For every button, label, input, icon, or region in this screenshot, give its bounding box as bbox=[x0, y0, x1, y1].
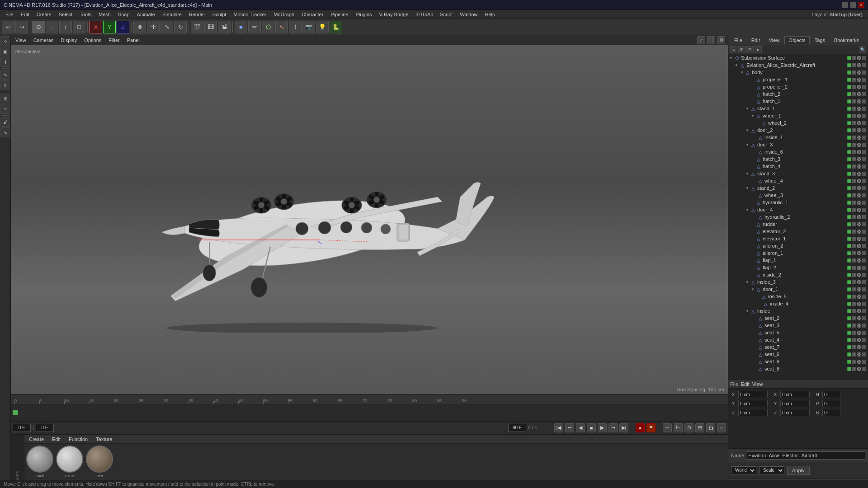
menu-mesh[interactable]: Mesh bbox=[95, 11, 114, 18]
points-mode-btn[interactable]: · bbox=[46, 21, 58, 33]
viewport-3d[interactable]: X Y Z bbox=[11, 45, 728, 394]
tree-stand3[interactable]: ▼ △ stand_3 ✕· bbox=[728, 170, 868, 177]
menu-window[interactable]: Window bbox=[456, 11, 481, 18]
vp-settings-btn[interactable]: ⚙ bbox=[717, 36, 725, 44]
tree-seat5[interactable]: △ seat_5 ✕· bbox=[728, 329, 868, 336]
coord-h[interactable] bbox=[822, 391, 840, 398]
deformer-btn[interactable]: ⌇ bbox=[289, 21, 302, 33]
vp-menu-cameras[interactable]: Cameras bbox=[32, 37, 56, 43]
tree-flap1[interactable]: △ flap_1 ✕· bbox=[728, 257, 868, 264]
mat-function-btn[interactable]: Function bbox=[67, 436, 90, 442]
vp-menu-display[interactable]: Display bbox=[59, 37, 79, 43]
apply-button[interactable]: Apply bbox=[787, 466, 810, 475]
light-btn[interactable]: 💡 bbox=[316, 21, 329, 33]
tree-body[interactable]: ▼ △ body ✕· bbox=[728, 69, 868, 76]
tree-subdivision-surface[interactable]: ▼ ⬡ Subdivision Surface ✕· bbox=[728, 54, 868, 61]
tree-flap2[interactable]: △ flap_2 ✕· bbox=[728, 264, 868, 271]
menu-character[interactable]: Character bbox=[298, 11, 327, 18]
coord-y-size[interactable]: 0 cm bbox=[780, 400, 810, 407]
frame-counter-2[interactable] bbox=[36, 424, 54, 432]
tree-hydraulic2[interactable]: △ hydraulic_2 ✕· bbox=[728, 213, 868, 221]
tree-seat9[interactable]: △ seat_9 ✕· bbox=[728, 358, 868, 365]
spline-btn[interactable]: ∿ bbox=[275, 21, 288, 33]
om-icon-4[interactable]: ▸ bbox=[755, 46, 762, 53]
tree-seat4[interactable]: △ seat_4 ✕· bbox=[728, 336, 868, 343]
snap-tool-btn[interactable]: ⌖ bbox=[0, 104, 10, 114]
menu-sculpt[interactable]: Sculpt bbox=[209, 11, 230, 18]
menu-file[interactable]: File bbox=[2, 11, 17, 18]
material-btn[interactable]: $ bbox=[0, 80, 10, 90]
redo-btn[interactable]: ↪ bbox=[15, 21, 28, 33]
om-icon-2[interactable]: ⊞ bbox=[738, 46, 745, 53]
tree-rudder[interactable]: △ rudder ✕· bbox=[728, 221, 868, 228]
tree-wheel3[interactable]: △ wheel_3 ✕· bbox=[728, 192, 868, 199]
tree-hatch3[interactable]: △ hatch_3 ✕· bbox=[728, 155, 868, 163]
tree-hydraulic1[interactable]: △ hydraulic_1 ✕· bbox=[728, 199, 868, 206]
menu-3dtoall[interactable]: 3DToAll bbox=[412, 11, 436, 18]
obj-tab-bookmarks[interactable]: Bookmarks bbox=[830, 36, 863, 44]
cube-btn[interactable]: ■ bbox=[235, 21, 247, 33]
world-select[interactable]: World bbox=[731, 466, 756, 474]
tree-inside4[interactable]: △ inside_4 ✕· bbox=[728, 300, 868, 307]
sculpt-tool-btn[interactable]: ∿ bbox=[0, 127, 10, 137]
menu-render[interactable]: Render bbox=[185, 11, 209, 18]
vp-menu-filter[interactable]: Filter bbox=[107, 37, 121, 43]
current-frame-input[interactable] bbox=[13, 424, 31, 432]
play-reverse-btn[interactable]: ◀ bbox=[576, 423, 585, 432]
obj-tab-file[interactable]: File bbox=[730, 36, 746, 44]
next-key-btn[interactable]: ⊢ bbox=[674, 423, 683, 432]
timeline-settings-btn[interactable]: ⊙ bbox=[684, 423, 693, 432]
next-frame-btn[interactable]: ↪ bbox=[609, 423, 618, 432]
navigate-btn[interactable]: ⊹ bbox=[0, 36, 10, 46]
python-btn[interactable]: 🐍 bbox=[330, 21, 342, 33]
tree-hatch1[interactable]: △ hatch_1 ✕· bbox=[728, 98, 868, 105]
auto-key-btn[interactable]: ⚑ bbox=[646, 423, 656, 432]
menu-simulate[interactable]: Simulate bbox=[159, 11, 185, 18]
selection-btn[interactable]: ▣ bbox=[0, 47, 10, 56]
menu-pipeline[interactable]: Pipeline bbox=[327, 11, 352, 18]
vp-menu-view[interactable]: View bbox=[14, 37, 28, 43]
menu-select[interactable]: Select bbox=[55, 11, 76, 18]
z-axis-btn[interactable]: Z bbox=[117, 21, 129, 33]
tree-inside1[interactable]: △ inside_1 ✕· bbox=[728, 134, 868, 141]
tree-seat2[interactable]: △ seat_2 ✕· bbox=[728, 314, 868, 322]
rotate-btn[interactable]: ↻ bbox=[174, 21, 187, 33]
menu-edit[interactable]: Edit bbox=[17, 11, 33, 18]
menu-snap[interactable]: Snap bbox=[114, 11, 133, 18]
tree-door3[interactable]: ▼ △ door_3 ✕· bbox=[728, 141, 868, 148]
tree-elevator2[interactable]: △ elevator_2 ✕· bbox=[728, 228, 868, 235]
coord-z-pos[interactable]: 0 cm bbox=[738, 409, 768, 416]
tree-wheel1[interactable]: ▼ △ wheel_1 ✕· bbox=[728, 112, 868, 119]
tree-inside6[interactable]: △ inside_6 ✕· bbox=[728, 148, 868, 155]
tree-seat6[interactable]: △ seat_6 ✕· bbox=[728, 351, 868, 358]
menu-mograph[interactable]: MoGraph bbox=[270, 11, 298, 18]
tree-stand1[interactable]: ▼ △ stand_1 ✕· bbox=[728, 105, 868, 112]
polygon-btn[interactable]: ⬡ bbox=[262, 21, 274, 33]
render-active-btn[interactable]: 🎬 bbox=[191, 21, 203, 33]
mat-create-btn[interactable]: Create bbox=[27, 436, 46, 442]
vp-menu-panel[interactable]: Panel bbox=[125, 37, 142, 43]
render-queue-btn[interactable]: 📽 bbox=[218, 21, 231, 33]
object-mode-btn[interactable]: ⊙ bbox=[32, 21, 45, 33]
tree-hatch4[interactable]: △ hatch_4 ✕· bbox=[728, 163, 868, 170]
tree-propeller2[interactable]: △ propeller_2 ✕· bbox=[728, 83, 868, 90]
menu-tools[interactable]: Tools bbox=[76, 11, 95, 18]
power-btn[interactable]: ⏻ bbox=[706, 423, 715, 432]
go-end-btn[interactable]: ▶| bbox=[619, 423, 628, 432]
tree-wheel4[interactable]: △ wheel_4 ✕· bbox=[728, 177, 868, 184]
y-axis-btn[interactable]: Y bbox=[103, 21, 116, 33]
timeline-track[interactable] bbox=[11, 404, 728, 421]
mat-edit-btn[interactable]: Edit bbox=[50, 436, 62, 442]
name-input[interactable]: Eviation_Alice_Electric_Aircraft bbox=[746, 451, 865, 460]
more-btn[interactable]: ≡ bbox=[717, 423, 726, 432]
menu-motion-tracker[interactable]: Motion Tracker bbox=[230, 11, 270, 18]
tree-propeller1[interactable]: △ propeller_1 ✕· bbox=[728, 76, 868, 83]
record-btn[interactable]: ● bbox=[636, 423, 645, 432]
prev-key-btn[interactable]: ⊣ bbox=[663, 423, 672, 432]
minimize-btn[interactable]: _ bbox=[842, 2, 848, 8]
tree-hatch2[interactable]: △ hatch_2 ✕· bbox=[728, 90, 868, 98]
menu-help[interactable]: Help bbox=[481, 11, 499, 18]
obj-tab-tags[interactable]: Tags bbox=[811, 36, 829, 44]
end-frame-input[interactable] bbox=[508, 424, 526, 432]
viewport-btn[interactable]: ⊞ bbox=[0, 94, 10, 103]
